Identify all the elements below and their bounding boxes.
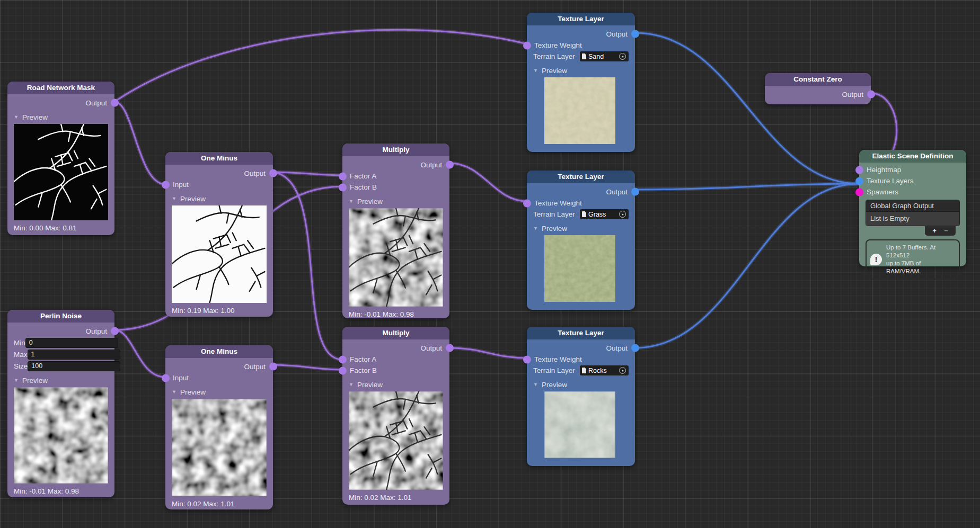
node-one-minus-bottom[interactable]: One Minus Output Input ▼ Preview Min: 0.… <box>165 345 273 509</box>
elastic-spawners-port[interactable] <box>855 188 863 196</box>
output-label: Output <box>244 363 266 371</box>
object-picker-icon[interactable] <box>619 367 626 374</box>
factor-a-label: Factor A <box>350 172 376 180</box>
node-perlin-noise[interactable]: Perlin Noise Output Min Max Size ▼ Previ… <box>7 310 114 497</box>
one-minus-bottom-input-port[interactable] <box>162 374 170 382</box>
node-title[interactable]: Texture Layer <box>527 327 635 339</box>
elastic-texture-layers-port[interactable] <box>855 177 863 185</box>
terrain-layer-label: Terrain Layer <box>533 52 580 60</box>
node-texture-layer-sand[interactable]: Texture Layer Output Texture Weight Terr… <box>527 13 635 152</box>
one-minus1-output-to-multiply2-factor-a-wire[interactable] <box>273 172 342 360</box>
node-multiply-top[interactable]: Multiply Output Factor A Factor B ▼ Prev… <box>342 144 449 318</box>
road-output-to-one-minus-input-wire[interactable] <box>114 102 165 184</box>
one-minus-top-output-port[interactable] <box>269 169 277 177</box>
warning-line1: Up to 7 Buffers. At 512x512 <box>886 244 935 258</box>
node-constant-zero[interactable]: Constant Zero Output <box>765 73 871 104</box>
road-output-to-sand-texture-weight-wire[interactable] <box>114 30 527 102</box>
multiply-top-factor-b-port[interactable] <box>339 183 347 191</box>
collapse-triangle-icon: ▼ <box>14 378 19 383</box>
multiply-bottom-output-port[interactable] <box>446 344 454 352</box>
node-graph-canvas[interactable]: Road Network Mask Output ▼ Preview Min: … <box>0 0 980 528</box>
output-label: Output <box>85 99 107 107</box>
max-field-input[interactable] <box>28 350 120 360</box>
node-texture-layer-rocks[interactable]: Texture Layer Output Texture Weight Terr… <box>527 327 635 466</box>
road-output-to-one-minus-input-wire[interactable] <box>114 102 165 184</box>
terrain-asset-field[interactable]: Rocks <box>580 365 629 375</box>
terrain-asset-field[interactable]: Grass <box>580 209 629 219</box>
output-label: Output <box>842 91 863 99</box>
collapse-triangle-icon: ▼ <box>172 390 176 395</box>
texture-layer-rocks-weight-port[interactable] <box>523 355 531 363</box>
remove-item-button[interactable]: − <box>944 226 948 236</box>
road-output-to-sand-texture-weight-wire[interactable] <box>114 30 527 102</box>
preview-toggle[interactable]: ▼ Preview <box>342 196 449 207</box>
texture-layer-rocks-output-port[interactable] <box>631 344 639 352</box>
texture-layer-grass-weight-port[interactable] <box>523 199 531 207</box>
elastic-heightmap-port[interactable] <box>855 166 863 174</box>
node-title[interactable]: Constant Zero <box>765 73 871 86</box>
grass-output-to-elastic-texture-layers-wire[interactable] <box>635 184 859 190</box>
rocks-output-to-elastic-texture-layers-wire[interactable] <box>635 184 859 348</box>
terrain-asset-field[interactable]: Sand <box>580 51 629 61</box>
multiply-bottom-factor-b-port[interactable] <box>339 366 347 374</box>
one-minus-bottom-output-port[interactable] <box>269 363 277 371</box>
preview-toggle[interactable]: ▼ Preview <box>165 387 273 397</box>
perlin-output-to-one-minus2-input-wire[interactable] <box>114 330 165 377</box>
preview-label: Preview <box>180 388 206 396</box>
node-title[interactable]: One Minus <box>165 152 273 165</box>
asset-file-icon <box>582 368 586 373</box>
preview-toggle[interactable]: ▼ Preview <box>342 379 449 390</box>
node-elastic-scene-definition[interactable]: Elastic Scene Definition Heightmap Textu… <box>859 150 966 266</box>
preview-toggle[interactable]: ▼ Preview <box>527 223 635 234</box>
node-title[interactable]: One Minus <box>165 345 273 358</box>
preview-toggle[interactable]: ▼ Preview <box>165 193 273 204</box>
multiply1-output-to-grass-texture-weight-wire[interactable] <box>449 163 527 201</box>
node-title[interactable]: Multiply <box>342 144 449 156</box>
max-field-label: Max <box>14 351 28 359</box>
node-title[interactable]: Perlin Noise <box>7 310 114 323</box>
object-picker-icon[interactable] <box>619 211 626 218</box>
texture-layer-grass-output-port[interactable] <box>631 188 639 196</box>
texture-layer-sand-weight-port[interactable] <box>523 41 531 49</box>
input-row: Input <box>165 179 273 190</box>
node-texture-layer-grass[interactable]: Texture Layer Output Texture Weight Terr… <box>527 171 635 310</box>
preview-toggle[interactable]: ▼ Preview <box>527 65 635 76</box>
road-network-mask-output-port[interactable] <box>111 99 119 107</box>
factor-a-label: Factor A <box>350 355 376 363</box>
node-title[interactable]: Texture Layer <box>527 171 635 183</box>
perlin-noise-output-port[interactable] <box>111 327 119 335</box>
add-item-button[interactable]: + <box>932 226 937 236</box>
node-title[interactable]: Texture Layer <box>527 13 635 25</box>
collapse-triangle-icon: ▼ <box>349 382 354 387</box>
node-title[interactable]: Multiply <box>342 327 449 339</box>
list-empty-message: List is Empty <box>866 212 959 226</box>
input-row: Input <box>165 372 273 383</box>
perlin-output-to-one-minus2-input-wire[interactable] <box>114 330 165 377</box>
object-picker-icon[interactable] <box>619 53 626 60</box>
multiply-top-output-port[interactable] <box>446 161 454 169</box>
preview-label: Preview <box>542 225 567 232</box>
size-field-input[interactable] <box>28 361 120 371</box>
preview-toggle[interactable]: ▼ Preview <box>7 375 114 386</box>
preview-toggle[interactable]: ▼ Preview <box>527 379 635 390</box>
sand-output-to-elastic-texture-layers-wire[interactable] <box>635 33 859 184</box>
node-road-network-mask[interactable]: Road Network Mask Output ▼ Preview Min: … <box>7 82 114 235</box>
min-field-input[interactable] <box>25 338 118 348</box>
texture-layer-sand-output-port[interactable] <box>631 30 639 38</box>
one-minus-top-input-port[interactable] <box>162 181 170 189</box>
node-multiply-bottom[interactable]: Multiply Output Factor A Factor B ▼ Prev… <box>342 327 449 505</box>
constant-zero-output-port[interactable] <box>867 91 875 99</box>
texture-weight-label: Texture Weight <box>534 355 582 363</box>
multiply-top-factor-a-port[interactable] <box>339 172 347 180</box>
node-title[interactable]: Road Network Mask <box>7 82 114 94</box>
preview-toggle[interactable]: ▼ Preview <box>7 112 114 122</box>
output-label: Output <box>606 188 628 196</box>
warning-bubble-icon: ! <box>870 254 882 265</box>
one-minus1-output-to-multiply2-factor-a-wire[interactable] <box>273 172 342 360</box>
node-one-minus-top[interactable]: One Minus Output Input ▼ Preview Min: 0.… <box>165 152 273 317</box>
collapse-triangle-icon: ▼ <box>533 382 538 387</box>
multiply-bottom-factor-a-port[interactable] <box>339 355 347 363</box>
texture-weight-label: Texture Weight <box>534 199 582 207</box>
factor-a-row: Factor A <box>342 354 449 365</box>
node-title[interactable]: Elastic Scene Definition <box>859 150 966 163</box>
